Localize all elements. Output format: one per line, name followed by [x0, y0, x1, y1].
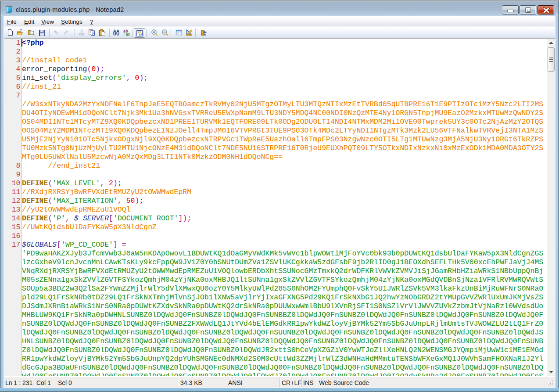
svg-text:ac: ac	[126, 32, 130, 36]
